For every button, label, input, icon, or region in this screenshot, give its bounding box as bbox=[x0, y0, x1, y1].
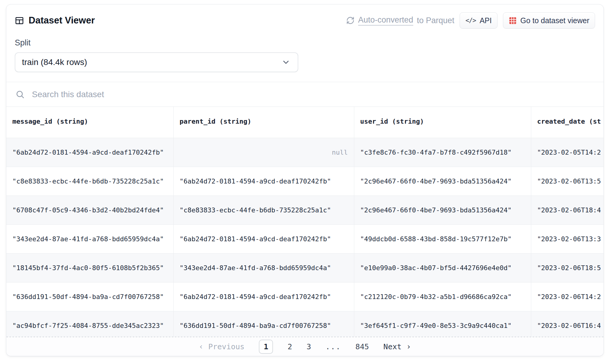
table-row: "636dd191-50df-4894-ba9a-cd7f00767258" "… bbox=[6, 282, 603, 311]
cell-parent-id: "636dd191-50df-4894-ba9a-cd7f00767258" bbox=[173, 311, 354, 338]
search-bar bbox=[6, 82, 603, 107]
dataset-viewer-card: Dataset Viewer Auto-converted to Parquet bbox=[6, 4, 604, 356]
column-header-created-date: created_date (st bbox=[531, 107, 603, 138]
chevron-left-icon: ‹ bbox=[199, 343, 203, 350]
table-icon bbox=[15, 16, 24, 25]
cell-message-id: "636dd191-50df-4894-ba9a-cd7f00767258" bbox=[6, 282, 173, 311]
cell-parent-id: "6ab24d72-0181-4594-a9cd-deaf170242fb" bbox=[173, 225, 354, 254]
card-header: Dataset Viewer Auto-converted to Parquet bbox=[15, 12, 595, 29]
card-top-section: Dataset Viewer Auto-converted to Parquet bbox=[6, 5, 603, 72]
column-header-message-id: message_id (string) bbox=[6, 107, 173, 138]
chevron-right-icon: › bbox=[406, 343, 411, 350]
cell-message-id: "343ee2d4-87ae-41fd-a768-bdd65959dc4a" bbox=[6, 225, 173, 254]
next-label: Next bbox=[383, 342, 402, 351]
split-select[interactable]: train (84.4k rows) bbox=[15, 52, 298, 72]
cell-message-id: "6708c47f-05c9-4346-b3d2-40b2bd24fde4" bbox=[6, 196, 173, 225]
cell-parent-id: "c8e83833-ecbc-44fe-b6db-735228c25a1c" bbox=[173, 196, 354, 225]
cell-user-id: "3ef645f1-c9f7-49e0-8e53-3c9a9c440ca1" bbox=[354, 311, 531, 338]
table-row: "6708c47f-05c9-4346-b3d2-40b2bd24fde4" "… bbox=[6, 196, 603, 225]
auto-converted-link[interactable]: Auto-converted to Parquet bbox=[346, 15, 454, 26]
chevron-down-icon bbox=[281, 58, 290, 67]
cell-user-id: "c3fe8c76-fc30-4fa7-b7f8-c492f5967d18" bbox=[354, 138, 531, 167]
column-header-user-id: user_id (string) bbox=[354, 107, 531, 138]
data-table-container[interactable]: message_id (string) parent_id (string) u… bbox=[6, 107, 603, 337]
cell-created-date: "2023-02-05T14:2 bbox=[531, 138, 603, 167]
cell-user-id: "2c96e467-66f0-4be7-9693-bda51356a424" bbox=[354, 167, 531, 196]
cell-created-date: "2023-02-06T18:4 bbox=[531, 196, 603, 225]
cell-user-id: "49ddcb0d-6588-43bd-858d-19c577f12e7b" bbox=[354, 225, 531, 254]
cell-created-date: "2023-02-06T13:5 bbox=[531, 167, 603, 196]
page-title: Dataset Viewer bbox=[15, 15, 95, 26]
page-button-3[interactable]: 3 bbox=[306, 342, 311, 351]
previous-page-button[interactable]: ‹ Previous bbox=[199, 342, 244, 351]
page-button-1-current[interactable]: 1 bbox=[259, 340, 273, 354]
table-row: "c8e83833-ecbc-44fe-b6db-735228c25a1c" "… bbox=[6, 167, 603, 196]
header-actions: Auto-converted to Parquet </> API bbox=[346, 12, 595, 29]
red-grid-icon bbox=[509, 17, 517, 25]
previous-label: Previous bbox=[208, 342, 244, 351]
api-button-label: API bbox=[479, 16, 492, 25]
cell-user-id: "c212120c-0b79-4b32-a5b1-d96686ca92ca" bbox=[354, 282, 531, 311]
cell-created-date: "2023-02-06T14:2 bbox=[531, 282, 603, 311]
page-title-label: Dataset Viewer bbox=[29, 15, 95, 26]
pagination: ‹ Previous 1 2 3 ... 845 Next › bbox=[6, 337, 603, 356]
cell-parent-id: "343ee2d4-87ae-41fd-a768-bdd65959dc4a" bbox=[173, 254, 354, 282]
api-button[interactable]: </> API bbox=[460, 12, 497, 29]
search-input[interactable] bbox=[32, 90, 594, 99]
table-row: "6ab24d72-0181-4594-a9cd-deaf170242fb" n… bbox=[6, 138, 603, 167]
cell-message-id: "18145bf4-37fd-4ac0-80f5-6108b5f2b365" bbox=[6, 254, 173, 282]
page-ellipsis: ... bbox=[326, 342, 341, 351]
go-to-dataset-viewer-button[interactable]: Go to dataset viewer bbox=[503, 12, 595, 29]
cell-message-id: "6ab24d72-0181-4594-a9cd-deaf170242fb" bbox=[6, 138, 173, 167]
cell-created-date: "2023-02-06T18:5 bbox=[531, 254, 603, 282]
table-row: "ac94bfcf-7f25-4084-8755-dde345ac2323" "… bbox=[6, 311, 603, 338]
table-header-row: message_id (string) parent_id (string) u… bbox=[6, 107, 603, 138]
next-page-button[interactable]: Next › bbox=[383, 342, 411, 351]
auto-converted-text: Auto-converted bbox=[358, 15, 413, 26]
split-select-value: train (84.4k rows) bbox=[22, 57, 87, 67]
refresh-icon bbox=[346, 16, 355, 25]
search-icon bbox=[15, 90, 25, 99]
data-table: message_id (string) parent_id (string) u… bbox=[6, 107, 603, 337]
cell-parent-id: "6ab24d72-0181-4594-a9cd-deaf170242fb" bbox=[173, 282, 354, 311]
table-row: "18145bf4-37fd-4ac0-80f5-6108b5f2b365" "… bbox=[6, 254, 603, 282]
cell-user-id: "e10e99a0-38ac-4b07-bf5d-4427696e4e0d" bbox=[354, 254, 531, 282]
column-header-parent-id: parent_id (string) bbox=[173, 107, 354, 138]
page-button-845[interactable]: 845 bbox=[355, 342, 369, 351]
cell-parent-id-null: null bbox=[173, 138, 354, 167]
page-button-2[interactable]: 2 bbox=[287, 342, 292, 351]
cell-parent-id: "6ab24d72-0181-4594-a9cd-deaf170242fb" bbox=[173, 167, 354, 196]
split-label: Split bbox=[15, 38, 595, 48]
cell-message-id: "c8e83833-ecbc-44fe-b6db-735228c25a1c" bbox=[6, 167, 173, 196]
cell-message-id: "ac94bfcf-7f25-4084-8755-dde345ac2323" bbox=[6, 311, 173, 338]
code-icon: </> bbox=[465, 17, 476, 24]
cell-created-date: "2023-02-06T13:3 bbox=[531, 225, 603, 254]
to-parquet-text: to Parquet bbox=[417, 16, 454, 25]
table-row: "343ee2d4-87ae-41fd-a768-bdd65959dc4a" "… bbox=[6, 225, 603, 254]
cell-user-id: "2c96e467-66f0-4be7-9693-bda51356a424" bbox=[354, 196, 531, 225]
cell-created-date: "2023-02-06T16:4 bbox=[531, 311, 603, 338]
go-to-dataset-viewer-label: Go to dataset viewer bbox=[520, 16, 589, 25]
